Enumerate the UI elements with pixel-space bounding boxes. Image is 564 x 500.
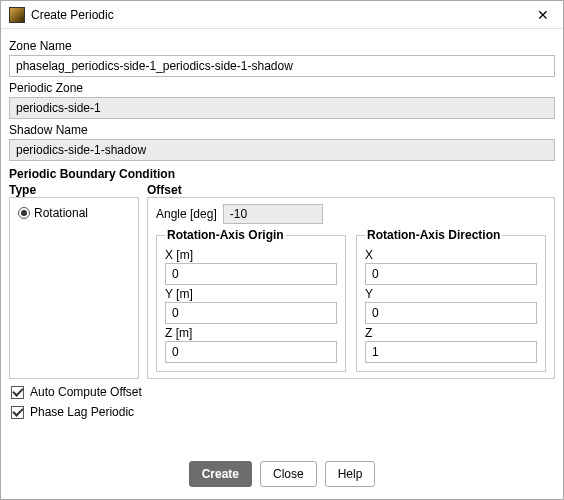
- rotational-radio[interactable]: Rotational: [18, 206, 130, 220]
- origin-y-label: Y [m]: [165, 287, 337, 301]
- pbc-body: Rotational Angle [deg] Rotation-Axis Ori…: [9, 197, 555, 379]
- radio-icon: [18, 207, 30, 219]
- checkbox-icon: [11, 386, 24, 399]
- origin-y-input[interactable]: [165, 302, 337, 324]
- shadow-name-input[interactable]: [9, 139, 555, 161]
- auto-compute-label: Auto Compute Offset: [30, 385, 142, 399]
- zone-name-label: Zone Name: [9, 39, 555, 53]
- direction-title: Rotation-Axis Direction: [365, 228, 502, 242]
- angle-input[interactable]: [223, 204, 323, 224]
- rotational-label: Rotational: [34, 206, 88, 220]
- close-button[interactable]: Close: [260, 461, 317, 487]
- origin-title: Rotation-Axis Origin: [165, 228, 286, 242]
- direction-x-input[interactable]: [365, 263, 537, 285]
- periodic-zone-input[interactable]: [9, 97, 555, 119]
- phase-lag-checkbox[interactable]: Phase Lag Periodic: [11, 405, 555, 419]
- angle-row: Angle [deg]: [156, 204, 546, 224]
- origin-x-input[interactable]: [165, 263, 337, 285]
- rotation-axis-origin-group: Rotation-Axis Origin X [m] Y [m] Z [m]: [156, 228, 346, 372]
- origin-x-label: X [m]: [165, 248, 337, 262]
- angle-label: Angle [deg]: [156, 207, 217, 221]
- zone-name-input[interactable]: [9, 55, 555, 77]
- periodic-zone-label: Periodic Zone: [9, 81, 555, 95]
- create-button[interactable]: Create: [189, 461, 252, 487]
- rotation-axis-direction-group: Rotation-Axis Direction X Y Z: [356, 228, 546, 372]
- origin-z-label: Z [m]: [165, 326, 337, 340]
- type-panel: Rotational: [9, 197, 139, 379]
- app-icon: [9, 7, 25, 23]
- shadow-name-label: Shadow Name: [9, 123, 555, 137]
- phase-lag-label: Phase Lag Periodic: [30, 405, 134, 419]
- auto-compute-checkbox[interactable]: Auto Compute Offset: [11, 385, 555, 399]
- titlebar: Create Periodic ✕: [1, 1, 563, 29]
- dialog-content: Zone Name Periodic Zone Shadow Name Peri…: [1, 29, 563, 451]
- close-icon[interactable]: ✕: [531, 7, 555, 23]
- dialog-footer: Create Close Help: [1, 451, 563, 499]
- pbc-title: Periodic Boundary Condition: [9, 167, 555, 181]
- offset-heading: Offset: [147, 183, 555, 197]
- offset-panel: Angle [deg] Rotation-Axis Origin X [m] Y…: [147, 197, 555, 379]
- checkbox-icon: [11, 406, 24, 419]
- window-title: Create Periodic: [31, 8, 531, 22]
- help-button[interactable]: Help: [325, 461, 376, 487]
- direction-z-label: Z: [365, 326, 537, 340]
- direction-y-input[interactable]: [365, 302, 537, 324]
- origin-z-input[interactable]: [165, 341, 337, 363]
- direction-z-input[interactable]: [365, 341, 537, 363]
- type-heading: Type: [9, 183, 139, 197]
- offset-grids: Rotation-Axis Origin X [m] Y [m] Z [m] R…: [156, 228, 546, 372]
- create-periodic-dialog: Create Periodic ✕ Zone Name Periodic Zon…: [0, 0, 564, 500]
- pbc-subhead: Type Offset: [9, 183, 555, 197]
- direction-x-label: X: [365, 248, 537, 262]
- direction-y-label: Y: [365, 287, 537, 301]
